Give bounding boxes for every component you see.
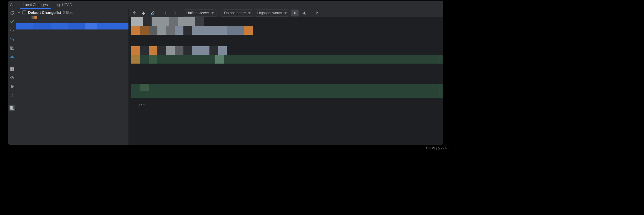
commit-icon[interactable]	[9, 18, 15, 25]
collapse-all-icon[interactable]	[9, 92, 15, 98]
diff-icon[interactable]	[9, 36, 15, 42]
file-row[interactable]	[26, 16, 128, 19]
svg-point-5	[12, 77, 13, 78]
caret-down-icon	[284, 12, 287, 14]
preview-diff-icon[interactable]	[9, 105, 15, 111]
svg-point-8	[303, 12, 305, 14]
group-by-icon[interactable]	[9, 66, 15, 72]
prev-diff-icon[interactable]	[130, 10, 138, 16]
left-rail	[8, 9, 16, 145]
tabs-bar: Git: Local Changes Log: HEAD	[8, 1, 443, 9]
changelist-header: Default Changelist 2 files	[16, 9, 128, 16]
dropdown-label: Highlight words	[257, 11, 282, 15]
diff-line	[131, 26, 440, 35]
svg-rect-7	[12, 106, 14, 110]
content-row: Default Changelist 2 files	[8, 9, 443, 145]
svg-rect-6	[10, 106, 12, 110]
svg-rect-1	[10, 67, 12, 69]
ignore-mode-dropdown[interactable]: Do not ignore	[222, 10, 253, 16]
diff-line-blank	[131, 64, 440, 84]
next-diff-icon[interactable]	[140, 10, 147, 16]
diff-column: Unified viewer Do not ignore Highlight w…	[129, 9, 443, 145]
code-fragment: /**	[136, 103, 145, 107]
help-icon[interactable]	[313, 10, 321, 16]
collapse-unchanged-icon[interactable]	[291, 10, 299, 16]
caret-down-icon	[211, 12, 214, 14]
diff-line-blank	[131, 35, 440, 46]
svg-rect-4	[12, 69, 14, 71]
tab-label: Local Changes	[23, 3, 48, 7]
settings-icon[interactable]	[300, 10, 308, 16]
changes-column: Default Changelist 2 files	[16, 9, 129, 145]
back-icon[interactable]	[162, 10, 169, 16]
forward-icon	[171, 10, 179, 16]
changelist-name: Default Changelist	[28, 10, 61, 15]
shelve-icon[interactable]	[9, 53, 15, 60]
file-row-selected[interactable]	[16, 23, 128, 29]
highlight-mode-dropdown[interactable]: Highlight words	[255, 10, 289, 16]
tab-local-changes[interactable]: Local Changes	[20, 1, 51, 9]
tab-label: Log: HEAD	[54, 3, 72, 7]
chevron-down-icon[interactable]	[17, 11, 21, 14]
edit-source-icon[interactable]	[149, 10, 157, 16]
file-rows	[16, 16, 128, 39]
show-icon[interactable]	[9, 75, 15, 81]
dropdown-label: Unified viewer	[186, 11, 209, 15]
rollback-icon[interactable]	[9, 27, 15, 34]
svg-rect-3	[10, 69, 12, 71]
dropdown-label: Do not ignore	[224, 11, 246, 15]
diff-line-added	[131, 91, 440, 98]
changelist-checkbox[interactable]	[22, 10, 26, 14]
git-panel: Git: Local Changes Log: HEAD	[8, 1, 443, 145]
diff-line	[131, 17, 440, 26]
refresh-icon[interactable]	[9, 10, 15, 16]
diff-line-added	[131, 84, 440, 91]
diff-line	[131, 46, 440, 55]
watermark: CSDN @csfchh	[426, 147, 448, 150]
svg-rect-2	[12, 67, 14, 69]
caret-down-icon	[248, 12, 251, 14]
git-prefix: Git:	[10, 3, 16, 7]
tab-log-head[interactable]: Log: HEAD	[51, 1, 75, 9]
scroll-marker	[440, 55, 443, 64]
diff-line-code: /**	[136, 103, 440, 109]
diff-body[interactable]: /**	[129, 17, 443, 145]
expand-all-icon[interactable]	[9, 83, 15, 90]
changelist-count: 2 files	[63, 10, 73, 15]
changelist-icon[interactable]	[9, 45, 15, 51]
diff-toolbar: Unified viewer Do not ignore Highlight w…	[129, 9, 443, 17]
diff-line-blank	[131, 98, 440, 103]
scroll-marker	[440, 84, 443, 98]
viewer-mode-dropdown[interactable]: Unified viewer	[184, 10, 216, 16]
diff-line-added	[131, 55, 440, 64]
